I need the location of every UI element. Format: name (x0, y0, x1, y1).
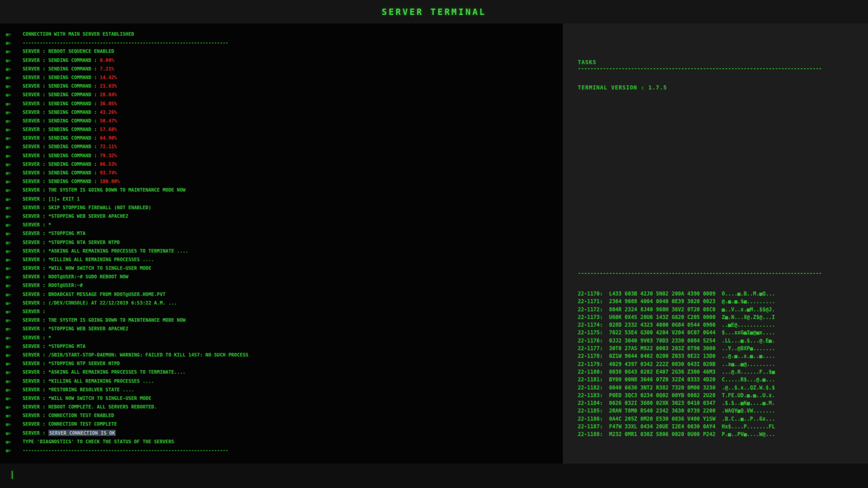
prompt-icon: ■> (6, 359, 23, 368)
prompt-icon: ■> (6, 307, 23, 316)
progress-value: 79.32% (100, 153, 117, 158)
prompt-icon: ■> (6, 272, 23, 281)
tasks-panel: TASKS ----------------------------------… (563, 23, 868, 464)
prompt-icon: ■> (6, 238, 23, 247)
log-line: ■>SERVER : * (6, 333, 563, 342)
log-text: SERVER : *WILL NOW SWITCH TO SINGLE-USER… (23, 265, 151, 271)
log-text: SERVER : SENDING COMMAND : (23, 75, 100, 80)
progress-value: 57.68% (100, 127, 117, 132)
prompt-icon: ■> (6, 333, 23, 342)
log-text: SERVER : SENDING COMMAND : (23, 118, 100, 123)
log-line: ■>SERVER : SENDING COMMAND : 100.00% (6, 177, 563, 186)
log-text: ----------------------------------------… (23, 447, 228, 453)
log-text: SERVER : SENDING COMMAND : (23, 178, 100, 184)
log-text: SERVER : SENDING COMMAND : (23, 127, 100, 132)
prompt-icon: ■> (6, 403, 23, 411)
log-text: SERVER : /SBIN/START-STOP-DAEMON: WARNIN… (23, 352, 248, 357)
main-area: ■>CONNECTION WITH MAIN SERVER ESTABLISHE… (0, 23, 868, 464)
log-text: SERVER : (23, 309, 46, 314)
log-line: ■>SERVER : SERVER CONNECTION IS OK (6, 429, 563, 437)
dump-line: 22-1178: 0Z1W 9044 0402 0200 Z033 0E22 1… (578, 352, 852, 360)
progress-value: 28.84% (100, 92, 117, 97)
dump-line: 22-1171: 2364 9088 4004 0040 0E39 3020 0… (578, 298, 852, 305)
log-text: SERVER : SENDING COMMAND : (23, 66, 100, 71)
log-text: SERVER : *KILLING ALL REMAINING PROCESSE… (23, 257, 154, 262)
log-line: ■>SERVER : CONNECTION TEST ENABLED (6, 411, 563, 420)
log-separator-line: ■>--------------------------------------… (6, 446, 563, 455)
prompt-icon: ■> (6, 212, 23, 221)
title-bar: SERVER TERMINAL (0, 0, 868, 23)
log-line: ■>SERVER : THE SYSTEM IS GOING DOWN TO M… (6, 186, 563, 194)
log-text: SERVER : REBOOT COMPLETE. ALL SERVERS RE… (23, 404, 157, 409)
log-text: SERVER : ROOT@USER:~# SUDO REBOOT NOW (23, 274, 128, 279)
progress-value: 86.53% (100, 161, 117, 167)
log-text: SERVER : *KILLING ALL REMAINING PROCESSE… (23, 378, 154, 384)
prompt-icon: ■> (6, 290, 23, 299)
log-line: ■>SERVER : SENDING COMMAND : 7.21% (6, 65, 563, 73)
prompt-icon: ■> (6, 299, 23, 307)
prompt-icon: ■> (6, 117, 23, 125)
prompt-icon: ■> (6, 351, 23, 359)
tasks-header: TASKS (578, 59, 868, 66)
prompt-icon: ■> (6, 160, 23, 169)
server-log: ■>CONNECTION WITH MAIN SERVER ESTABLISHE… (0, 23, 563, 464)
command-input[interactable] (0, 464, 868, 488)
log-line: ■>SERVER : SKIP STOPPING FIREWALL (NOT E… (6, 203, 563, 212)
log-text: SERVER : THE SYSTEM IS GOING DOWN TO MAI… (23, 317, 185, 323)
memory-dump-section: ----------------------------------------… (578, 270, 852, 439)
prompt-icon: ■> (6, 429, 23, 437)
progress-value: 64.90% (100, 135, 117, 141)
prompt-icon: ■> (6, 221, 23, 229)
log-line: ■>SERVER : SENDING COMMAND : 50.47% (6, 117, 563, 125)
prompt-icon: ■> (6, 47, 23, 56)
log-text: SERVER : (/DEV/CONSOLE) AT 22/12/2019 6:… (23, 300, 177, 305)
log-line: ■>SERVER : (6, 307, 563, 316)
log-text: SERVER : SKIP STOPPING FIREWALL (NOT ENA… (23, 205, 151, 210)
log-line: ■>SERVER : *WILL NOW SWITCH TO SINGLE-US… (6, 394, 563, 403)
log-line: ■>SERVER : ROOT@USER:~# (6, 281, 563, 290)
log-text: TYPE 'DIAGNOSTICS' TO CHECK THE STATUS O… (23, 439, 174, 444)
prompt-icon: ■> (6, 377, 23, 385)
log-separator-line: ■>--------------------------------------… (6, 38, 563, 47)
log-text: SERVER : *STOPPING MTA (23, 230, 85, 236)
dump-line: 22-1175: 7022 53E4 G300 4204 V204 0C07 0… (578, 329, 852, 337)
log-line: ■>SERVER : SENDING COMMAND : 14.42% (6, 73, 563, 82)
prompt-icon: ■> (6, 437, 23, 446)
log-text: SERVER : BROADCAST MESSAGE FROM ROOT@USE… (23, 291, 165, 297)
window-title: SERVER TERMINAL (382, 7, 486, 17)
log-text: SERVER : SENDING COMMAND : (23, 101, 100, 106)
log-text: SERVER : *STOPPING NTP SERVER NTPD (23, 361, 120, 366)
log-line: ■>SERVER : THE SYSTEM IS GOING DOWN TO M… (6, 316, 563, 324)
prompt-icon: ■> (6, 82, 23, 90)
progress-value: 36.05% (100, 101, 117, 106)
dump-line: 22-1180: 0038 0G43 0202 E407 2G36 Z300 4… (578, 368, 852, 376)
log-line: ■>SERVER : BROADCAST MESSAGE FROM ROOT@U… (6, 290, 563, 299)
log-text: SERVER : SENDING COMMAND : (23, 144, 100, 149)
prompt-icon: ■> (6, 177, 23, 186)
prompt-icon: ■> (6, 65, 23, 73)
prompt-icon: ■> (6, 56, 23, 65)
log-line: ■>SERVER : * (6, 221, 563, 229)
log-line: ■>SERVER : SENDING COMMAND : 93.74% (6, 169, 563, 177)
dump-line: 22-1186: 0A4C 205Z 0M20 E530 0836 V400 Y… (578, 415, 852, 423)
log-line: ■>SERVER : *RESTORING RESOLVER STATE ...… (6, 385, 563, 394)
dump-line: 22-1177: 30T0 27AS M922 0003 203Z 0T90 3… (578, 345, 852, 352)
log-line: ■>SERVER : (/DEV/CONSOLE) AT 22/12/2019 … (6, 299, 563, 307)
log-line: ■>SERVER : SENDING COMMAND : 28.84% (6, 90, 563, 99)
log-text: SERVER : * (23, 335, 51, 340)
prompt-icon: ■> (6, 281, 23, 290)
log-text: SERVER : *STOPPING WEB SERVER APACHE2 (23, 326, 128, 331)
log-line: ■>TYPE 'DIAGNOSTICS' TO CHECK THE STATUS… (6, 437, 563, 446)
highlighted-status-text: SERVER CONNECTION IS OK (48, 430, 116, 436)
log-text: SERVER : SENDING COMMAND : (23, 83, 100, 89)
progress-value: 72.11% (100, 144, 117, 149)
progress-value: 14.42% (100, 75, 117, 80)
log-line: ■>SERVER : *WILL NOW SWITCH TO SINGLE-US… (6, 264, 563, 272)
dump-line: 22-1176: 0JJ2 3040 9V03 70D3 2330 0084 S… (578, 337, 852, 345)
log-line: ■>SERVER : SENDING COMMAND : 43.26% (6, 108, 563, 117)
prompt-icon: ■> (6, 264, 23, 272)
log-line: ■>SERVER : SENDING COMMAND : 36.05% (6, 99, 563, 108)
prompt-icon: ■> (6, 247, 23, 255)
log-line: ■>SERVER : SENDING COMMAND : 0.00% (6, 56, 563, 65)
progress-value: 21.63% (100, 83, 117, 89)
